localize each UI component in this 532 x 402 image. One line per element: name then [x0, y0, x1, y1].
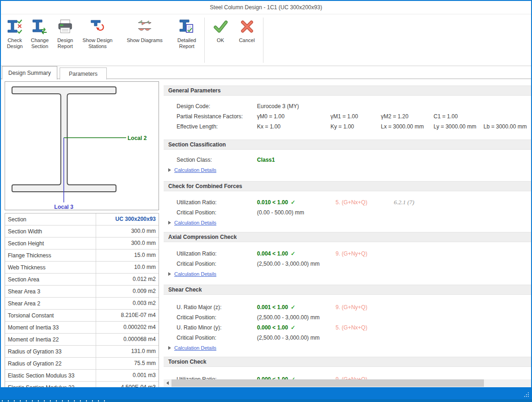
property-value: 300.0 mm [96, 238, 159, 249]
property-label: Shear Area 3 [5, 288, 96, 295]
ok-button[interactable]: OK [208, 16, 233, 43]
section-properties-table: Section UC 300x200x93 Section Width 300.… [5, 213, 159, 388]
property-value: 131.0 mm [96, 346, 159, 357]
table-row: Shear Area 2 0.003 m2 [5, 298, 159, 310]
property-label: Radius of Gyration 33 [5, 348, 96, 355]
section-class-row: Section Class: Class1 [177, 155, 531, 165]
window-title: Steel Column Design - 1C1 (UC 300x200x93… [210, 4, 322, 11]
property-label: Elastic Section Modulus 33 [5, 372, 96, 379]
critical-position-row: Critical Position: (0.00 - 500.00) mm [177, 207, 531, 218]
property-value: 8.210E-07 m4 [96, 310, 159, 321]
toolbar-separator [263, 18, 263, 63]
section-header-axial-compression: Axial Compression Check [164, 232, 531, 242]
calculation-details-link[interactable]: Calculation Details [174, 220, 216, 225]
table-row: Flange Thickness 15.0 mm [5, 250, 159, 262]
show-diagrams-label: Show Diagrams [127, 37, 163, 43]
cancel-label: Cancel [239, 37, 255, 43]
load-combination: 5. (G+Nx+Q) [336, 324, 394, 331]
design-code-row: Design Code: Eurocode 3 (MY) [177, 101, 531, 111]
property-label: Section Height [5, 240, 96, 247]
section-header-shear-check: Shear Check [164, 285, 531, 295]
pass-check-icon: ✓ [291, 304, 295, 311]
property-label: Moment of Inertia 22 [5, 336, 96, 343]
load-combination: 9. (G+Ny+Q) [336, 304, 394, 311]
clipped-background-text [2, 400, 106, 402]
property-label: Web Thickness [5, 264, 96, 271]
section-header-general-parameters: General Parameters [164, 85, 531, 96]
horizontal-scrollbar[interactable] [164, 379, 531, 387]
expander-arrow-icon[interactable] [168, 221, 171, 225]
table-row: Radius of Gyration 22 75.5 mm [5, 358, 159, 370]
section-header-section-classification: Section Classification [164, 140, 531, 150]
tab-design-summary-label: Design Summary [8, 70, 51, 76]
table-row: Moment of Inertia 22 0.000068 m4 [5, 334, 159, 346]
property-value: 0.000202 m4 [96, 322, 159, 333]
local3-axis-label: Local 3 [54, 204, 73, 210]
pass-check-icon: ✓ [291, 376, 295, 379]
check-design-button[interactable]: Check Design [3, 16, 27, 49]
show-design-stations-button[interactable]: Show Design Stations [78, 16, 117, 49]
show-design-stations-label: Show Design Stations [78, 37, 117, 49]
calculation-details-link[interactable]: Calculation Details [174, 271, 216, 277]
property-value: 0.001 m3 [96, 370, 159, 381]
critical-position-row: Critical Position: (2,500.00 - 3,000.00)… [177, 333, 531, 343]
table-row: Section Width 300.0 mm [5, 225, 159, 238]
title-bar: Steel Column Design - 1C1 (UC 300x200x93… [1, 1, 531, 14]
calculation-details-row: Calculation Details [168, 343, 531, 353]
property-value: 0.009 m2 [96, 286, 159, 297]
detailed-report-icon [178, 18, 196, 35]
table-row: Radius of Gyration 33 131.0 mm [5, 346, 159, 358]
critical-position-row: Critical Position: (2,500.00 - 3,000.00)… [177, 259, 531, 269]
show-diagrams-button[interactable]: Show Diagrams [117, 16, 172, 43]
property-value: 15.0 mm [96, 250, 159, 261]
toolbar-separator [204, 18, 205, 63]
section-header-torsion-check: Torsion Check [164, 357, 531, 367]
resize-grip[interactable] [524, 392, 529, 397]
load-combination: 9. (G+Ny+Q) [336, 376, 394, 379]
check-design-label: Check Design [3, 37, 27, 49]
scroll-left-arrow-icon[interactable] [164, 379, 171, 387]
calculation-details-link[interactable]: Calculation Details [174, 167, 216, 173]
section-diagram: Local 2 Local 3 [5, 81, 159, 210]
property-label: Section Width [5, 228, 96, 235]
tab-design-summary[interactable]: Design Summary [2, 66, 57, 79]
table-row: Web Thickness 10.0 mm [5, 262, 159, 274]
expander-arrow-icon[interactable] [168, 346, 171, 350]
property-label: Shear Area 2 [5, 300, 96, 307]
pass-check-icon: ✓ [291, 250, 295, 257]
change-section-button[interactable]: Change Section [27, 16, 53, 49]
critical-position-row: Critical Position: (2,500.00 - 3,000.00)… [177, 312, 531, 323]
cancel-icon [238, 18, 256, 35]
property-label: Flange Thickness [5, 252, 96, 259]
cancel-button[interactable]: Cancel [233, 16, 260, 43]
tab-parameters[interactable]: Parameters [60, 67, 107, 79]
expander-arrow-icon[interactable] [168, 272, 171, 276]
table-row: Section Area 0.012 m2 [5, 274, 159, 286]
table-row: Torsional Constant 8.210E-07 m4 [5, 310, 159, 322]
design-report-label: Design Report [53, 37, 78, 49]
property-label: Torsional Constant [5, 312, 96, 319]
expander-arrow-icon[interactable] [168, 168, 171, 172]
change-section-label: Change Section [27, 37, 53, 49]
table-row: Moment of Inertia 33 0.000202 m4 [5, 322, 159, 334]
property-value: 0.012 m2 [96, 274, 159, 285]
steel-column-design-dialog: Steel Column Design - 1C1 (UC 300x200x93… [0, 0, 532, 402]
utilization-ratio-row: Utilization Ratio: 0.000 < 1.00✓ 9. (G+N… [177, 374, 531, 379]
partial-resistance-factors-row: Partial Resistance Factors: γM0 = 1.00 γ… [177, 111, 531, 122]
calculation-details-link[interactable]: Calculation Details [174, 345, 216, 351]
status-bar [0, 387, 532, 399]
table-row: Section UC 300x200x93 [5, 213, 159, 225]
property-value: 0.000068 m4 [96, 334, 159, 345]
scrollbar-thumb[interactable] [171, 379, 484, 387]
property-label: Section Area [5, 276, 96, 283]
design-report-button[interactable]: Design Report [53, 16, 78, 49]
design-summary-panel: General Parameters Design Code: Eurocode… [164, 79, 531, 379]
table-row: Section Height 300.0 mm [5, 238, 159, 250]
detailed-report-button[interactable]: Detailed Report [172, 16, 202, 49]
code-clause: 6.2.1 (7) [394, 199, 531, 206]
property-value: 10.0 mm [96, 262, 159, 273]
property-label: Section [5, 216, 96, 223]
show-design-stations-icon [89, 18, 106, 35]
tab-parameters-label: Parameters [69, 71, 98, 77]
background-window-strip [0, 399, 532, 402]
